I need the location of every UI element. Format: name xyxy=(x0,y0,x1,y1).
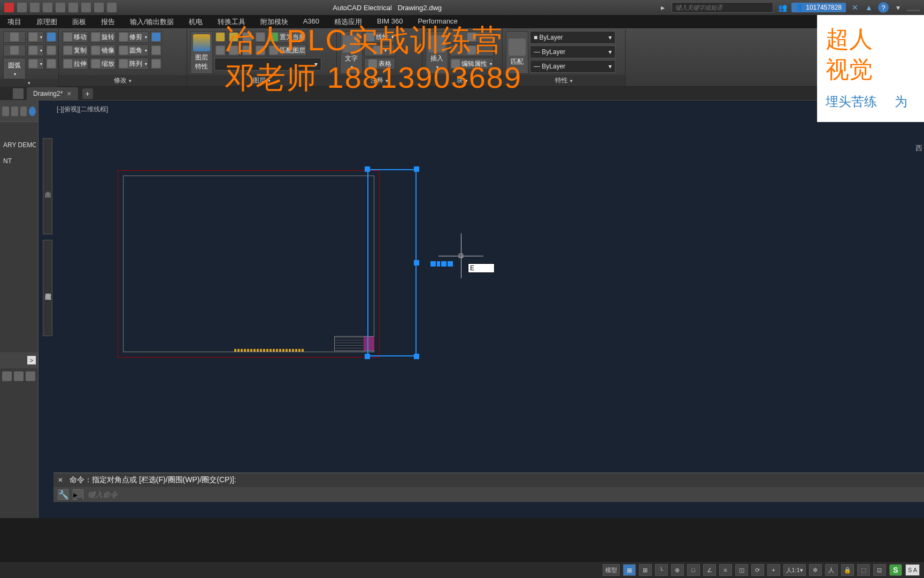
fillet-button[interactable]: 圆角▾ xyxy=(118,44,149,56)
selected-rectangle[interactable] xyxy=(367,169,417,356)
model-button[interactable]: 模型 xyxy=(603,564,620,576)
title-block-inner[interactable] xyxy=(123,176,374,352)
command-input[interactable] xyxy=(88,490,920,499)
sb-foot1[interactable] xyxy=(2,371,12,381)
iso-toggle[interactable]: ⬚ xyxy=(857,564,870,576)
ortho-toggle[interactable]: └ xyxy=(655,564,668,576)
people-icon[interactable]: 👥 xyxy=(777,3,787,12)
grip-bl[interactable] xyxy=(365,354,370,359)
exchange-icon[interactable]: ✕ xyxy=(850,3,860,12)
polar-toggle[interactable]: ⊕ xyxy=(671,564,684,576)
rect-button[interactable]: ▾ xyxy=(27,44,44,56)
color-dropdown[interactable]: ■ ByLayer▾ xyxy=(530,31,615,44)
mirror-button[interactable]: 镜像 xyxy=(90,44,116,56)
tab-reports[interactable]: 报告 xyxy=(94,15,122,28)
transparency-toggle[interactable]: ◫ xyxy=(735,564,748,576)
app-menu-icon[interactable] xyxy=(4,3,14,12)
panel-draw-label[interactable]: ▾ xyxy=(0,79,58,87)
grip-br[interactable] xyxy=(414,354,419,359)
tab-schematic[interactable]: 原理图 xyxy=(29,15,65,28)
circle-button[interactable]: ▾ xyxy=(27,31,44,43)
redo-icon[interactable] xyxy=(94,3,104,12)
plot-icon[interactable] xyxy=(68,3,78,12)
grip-tr[interactable] xyxy=(414,166,419,172)
undo-icon[interactable] xyxy=(81,3,91,12)
hardware-toggle[interactable]: ⊡ xyxy=(873,564,886,576)
sidebar-scroll[interactable]: > xyxy=(0,352,38,368)
line-button[interactable] xyxy=(3,31,26,43)
minimize-icon[interactable] xyxy=(907,10,920,11)
start-tab[interactable] xyxy=(13,88,24,99)
vert-panel-2[interactable]: 创建空白填充 xyxy=(43,240,52,336)
annovis-toggle[interactable]: 人 xyxy=(825,564,838,576)
viewcube-label[interactable]: 西 xyxy=(915,143,923,153)
annoscale[interactable]: 人 1:1▾ xyxy=(783,564,806,576)
panel-modify-label[interactable]: 修改 ▾ xyxy=(59,75,187,86)
user-badge[interactable]: 👤 1017457828 xyxy=(791,3,846,12)
array-button[interactable]: 阵列▾ xyxy=(118,58,149,70)
cmd-prompt-icon[interactable]: ▸_ xyxy=(73,489,83,500)
mod-extra3[interactable] xyxy=(150,58,162,70)
help-dropdown-icon[interactable]: ▾ xyxy=(893,3,903,12)
saveas-icon[interactable] xyxy=(56,3,65,12)
mod-extra2[interactable] xyxy=(150,44,162,56)
help-icon[interactable]: ? xyxy=(878,2,889,13)
tab-electromech[interactable]: 机电 xyxy=(181,15,210,28)
scale-button[interactable]: 缩放 xyxy=(90,58,116,70)
trim-button[interactable]: 修剪▾ xyxy=(118,31,149,43)
cleanscreen-button[interactable]: S xyxy=(889,564,902,576)
grip-ml[interactable] xyxy=(414,260,419,265)
layer-properties-button[interactable]: 图层 特性 xyxy=(190,31,213,74)
tab-io[interactable]: 输入/输出数据 xyxy=(122,15,181,28)
doc-tab-drawing2[interactable]: Drawing2* × xyxy=(27,87,78,100)
snap-toggle[interactable]: ⊞ xyxy=(639,564,652,576)
sb-icon2[interactable] xyxy=(11,107,18,116)
hatch-button[interactable]: ▾ xyxy=(27,58,44,70)
vert-panel-1[interactable]: 曲 xyxy=(43,138,52,234)
chevron-right-icon[interactable]: > xyxy=(27,356,36,364)
add-tab-button[interactable]: + xyxy=(82,88,93,99)
list-item[interactable]: NT xyxy=(2,155,36,167)
open-icon[interactable] xyxy=(30,3,40,12)
draw-more2[interactable] xyxy=(45,44,57,56)
lock-toggle[interactable]: 🔒 xyxy=(841,564,854,576)
grid-toggle[interactable]: ▦ xyxy=(623,564,636,576)
sb-foot2[interactable] xyxy=(14,371,24,381)
cycling-toggle[interactable]: ⟳ xyxy=(751,564,764,576)
list-item[interactable]: ARY DEMO xyxy=(2,139,36,151)
drawing-area[interactable]: ARY DEMO NT > [-][俯视][二维线框] 曲 创建空白填充 西 xyxy=(0,101,924,518)
lwt-toggle[interactable]: ≡ xyxy=(719,564,732,576)
cmd-close-icon[interactable]: ✕ xyxy=(58,476,66,484)
qat-more-icon[interactable] xyxy=(107,3,117,12)
sb-icon3[interactable] xyxy=(20,107,27,116)
sb-icon1[interactable] xyxy=(2,107,9,116)
viewport-label[interactable]: [-][俯视][二维线框] xyxy=(57,105,108,114)
annomonitor-toggle[interactable]: + xyxy=(767,564,780,576)
save-icon[interactable] xyxy=(43,3,52,12)
sb-foot3[interactable] xyxy=(26,371,35,381)
copy-button[interactable]: 复制 xyxy=(62,44,88,56)
tab-project[interactable]: 项目 xyxy=(0,15,29,28)
list-item[interactable] xyxy=(2,151,36,155)
search-arrow-icon[interactable]: ▸ xyxy=(658,3,667,12)
tab-panel[interactable]: 面板 xyxy=(65,15,94,28)
rotate-button[interactable]: 旋转 xyxy=(90,31,116,43)
infocenter-search[interactable] xyxy=(672,2,773,13)
draw-more1[interactable] xyxy=(45,31,57,43)
cmd-customize-icon[interactable]: 🔧 xyxy=(58,489,68,500)
dynamic-input[interactable] xyxy=(468,263,495,273)
osnap-toggle[interactable]: □ xyxy=(687,564,700,576)
move-button[interactable]: 移动 xyxy=(62,31,88,43)
stretch-button[interactable]: 拉伸 xyxy=(62,58,88,70)
otrack-toggle[interactable]: ∠ xyxy=(703,564,716,576)
new-icon[interactable] xyxy=(17,3,27,12)
customize-button[interactable]: S A xyxy=(905,564,920,576)
linetype-dropdown[interactable]: — ByLayer▾ xyxy=(530,60,615,73)
close-icon[interactable]: × xyxy=(67,89,71,98)
polyline-button[interactable] xyxy=(3,44,26,56)
a360-icon[interactable]: ▲ xyxy=(864,3,874,12)
draw-more3[interactable] xyxy=(45,58,57,70)
sb-help-icon[interactable] xyxy=(29,107,36,116)
arc-button[interactable]: 圆弧▾ xyxy=(3,58,26,79)
grip-tl[interactable] xyxy=(365,166,370,172)
